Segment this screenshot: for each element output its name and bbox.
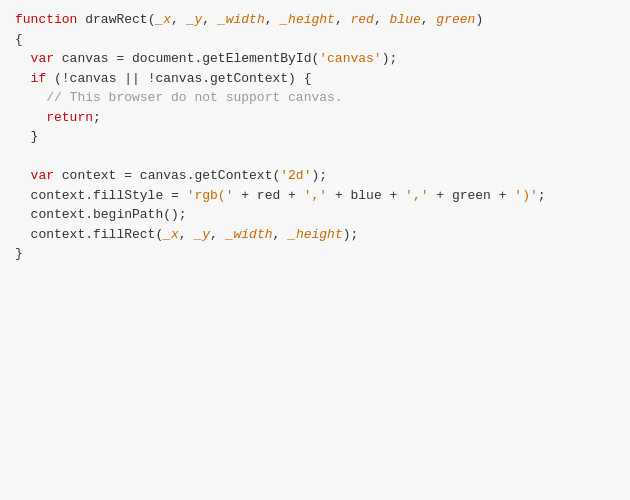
code-line: } [15, 244, 615, 264]
code-token: , [272, 227, 288, 242]
code-token: context = canvas.getContext( [54, 168, 280, 183]
code-token: 'canvas' [319, 51, 381, 66]
code-token: , [265, 12, 281, 27]
code-token: context.beginPath(); [15, 207, 187, 222]
code-token: canvas = document.getElementById( [54, 51, 319, 66]
code-token [15, 51, 31, 66]
code-token: } [15, 129, 38, 144]
code-token: , [421, 12, 437, 27]
code-token: , [210, 227, 226, 242]
code-token: red [351, 12, 374, 27]
code-token: ',' [304, 188, 327, 203]
code-token: , [202, 12, 218, 27]
code-line: context.fillRect(_x, _y, _width, _height… [15, 225, 615, 245]
code-token: _height [280, 12, 335, 27]
code-line: } [15, 127, 615, 147]
code-line: return; [15, 108, 615, 128]
code-line: { [15, 30, 615, 50]
code-token: ',' [405, 188, 428, 203]
code-token [15, 71, 31, 86]
code-token: } [15, 246, 23, 261]
code-line: var canvas = document.getElementById('ca… [15, 49, 615, 69]
code-token: _y [194, 227, 210, 242]
code-line: var context = canvas.getContext('2d'); [15, 166, 615, 186]
code-token [15, 110, 46, 125]
code-token: + blue + [327, 188, 405, 203]
code-token: function [15, 12, 77, 27]
code-token: ); [382, 51, 398, 66]
code-token: _x [155, 12, 171, 27]
code-token: 'rgb(' [187, 188, 234, 203]
code-line [15, 147, 615, 167]
code-token [15, 168, 31, 183]
code-token: _y [187, 12, 203, 27]
code-token: green [436, 12, 475, 27]
code-token: + green + [429, 188, 515, 203]
code-token: var [31, 51, 54, 66]
code-token: _width [218, 12, 265, 27]
code-token: ')' [514, 188, 537, 203]
code-token: if [31, 71, 47, 86]
code-token: { [15, 32, 23, 47]
code-token: return [46, 110, 93, 125]
code-token: ; [93, 110, 101, 125]
code-token: blue [390, 12, 421, 27]
code-token: context.fillStyle = [15, 188, 187, 203]
code-line: function drawRect(_x, _y, _width, _heigh… [15, 10, 615, 30]
code-token: (!canvas || !canvas.getContext) { [46, 71, 311, 86]
code-line: // This browser do not support canvas. [15, 88, 615, 108]
code-token: drawRect( [77, 12, 155, 27]
code-token: _height [288, 227, 343, 242]
code-token: ; [538, 188, 546, 203]
code-token: , [335, 12, 351, 27]
code-line: context.fillStyle = 'rgb(' + red + ',' +… [15, 186, 615, 206]
code-token: ); [343, 227, 359, 242]
code-token: ); [311, 168, 327, 183]
code-token: _x [163, 227, 179, 242]
code-token: , [374, 12, 390, 27]
code-token: context.fillRect( [15, 227, 163, 242]
code-line: context.beginPath(); [15, 205, 615, 225]
code-token: , [171, 12, 187, 27]
code-token: , [179, 227, 195, 242]
code-token: '2d' [280, 168, 311, 183]
code-token: + red + [233, 188, 303, 203]
code-block: function drawRect(_x, _y, _width, _heigh… [15, 10, 615, 264]
code-line: if (!canvas || !canvas.getContext) { [15, 69, 615, 89]
code-token: // This browser do not support canvas. [15, 90, 343, 105]
code-token: var [31, 168, 54, 183]
code-token: _width [226, 227, 273, 242]
code-token: ) [475, 12, 483, 27]
